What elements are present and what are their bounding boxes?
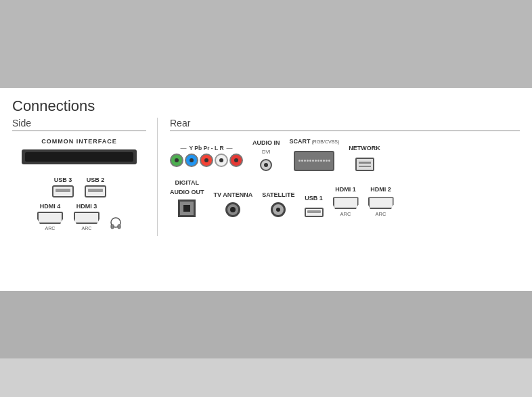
hdmi4-port [37, 212, 63, 224]
hdmi1-sub: ARC [340, 211, 351, 217]
common-interface-slot [22, 149, 137, 164]
network-group: NETWORK [349, 145, 380, 171]
usb2-label: USB 2 [87, 177, 105, 183]
audio-in-group: AUDIO IN DVI [252, 139, 280, 171]
hdmi2-sub: ARC [376, 211, 386, 217]
digital-audio-label: DIGITAL [175, 179, 199, 187]
hdmi2-port [368, 197, 394, 209]
rca-green [170, 154, 183, 167]
bottom-gray-bar [0, 291, 532, 358]
scart-label: SCART [290, 138, 311, 145]
top-gray-bar [0, 0, 532, 88]
ypbpr-group: — Y Pb Pr - L R — [170, 145, 243, 171]
network-port [355, 158, 374, 171]
svg-rect-2 [118, 225, 120, 229]
rca-white [215, 154, 228, 167]
side-panel-title: Side [12, 118, 146, 131]
usb3-label: USB 3 [54, 177, 72, 183]
usb1-group: USB 1 [305, 195, 324, 218]
usb3-group: USB 3 [52, 177, 74, 197]
side-panel: Side COMMON INTERFACE USB 3 USB 2 [12, 118, 158, 236]
satellite-port [271, 202, 286, 217]
hdmi1-port [333, 197, 359, 209]
hdmi1-label: HDMI 1 [335, 186, 356, 193]
ypbpr-label: Y Pb Pr - L R [189, 145, 223, 151]
audio-in-sub: DVI [262, 149, 271, 155]
rca-blue [185, 154, 198, 167]
usb2-group: USB 2 [85, 177, 106, 197]
hdmi1-group: HDMI 1 ARC [333, 186, 359, 218]
usb2-port [85, 185, 106, 197]
connections-title: Connections [12, 97, 520, 115]
headphone-icon [110, 216, 121, 230]
tv-antenna-group: TV ANTENNA [214, 191, 253, 218]
digital-audio-port [178, 200, 196, 217]
hdmi2-label: HDMI 2 [370, 186, 391, 193]
scart-group: SCART (RGB/CVBS) [290, 138, 340, 171]
main-content: Connections Side COMMON INTERFACE USB 3 … [0, 88, 532, 291]
hdmi4-group: HDMI 4 ARC [37, 203, 63, 231]
usb1-port [305, 208, 324, 217]
satellite-label: SATELLITE [262, 191, 294, 199]
hdmi2-group: HDMI 2 ARC [368, 186, 394, 218]
digital-audio-label2: AUDIO OUT [170, 189, 204, 196]
rear-panel: Rear — Y Pb Pr - L R — [158, 118, 520, 236]
rear-panel-title: Rear [170, 118, 520, 131]
hdmi3-port [74, 212, 99, 224]
headphone-group [110, 203, 121, 231]
rca-red-comp [200, 154, 213, 167]
usb1-label: USB 1 [305, 195, 323, 202]
scart-port [294, 151, 334, 171]
svg-rect-1 [111, 225, 114, 229]
network-label: NETWORK [349, 145, 380, 152]
hdmi4-label: HDMI 4 [40, 203, 61, 210]
scart-sub: (RGB/CVBS) [312, 139, 340, 144]
tv-antenna-port [225, 202, 240, 217]
hdmi4-sub: ARC [45, 226, 56, 231]
satellite-group: SATELLITE [262, 191, 294, 218]
usb3-port [52, 185, 74, 197]
audio-in-label: AUDIO IN [252, 139, 280, 147]
rca-red [229, 154, 243, 167]
hdmi3-group: HDMI 3 ARC [74, 203, 99, 231]
audio-in-port [260, 159, 272, 171]
tv-antenna-label: TV ANTENNA [214, 191, 253, 199]
ypbpr-connectors [170, 154, 243, 167]
common-interface-label: COMMON INTERFACE [41, 138, 117, 145]
hdmi3-sub: ARC [82, 226, 92, 231]
digital-audio-group: DIGITAL AUDIO OUT [170, 179, 204, 218]
hdmi3-label: HDMI 3 [76, 203, 97, 210]
